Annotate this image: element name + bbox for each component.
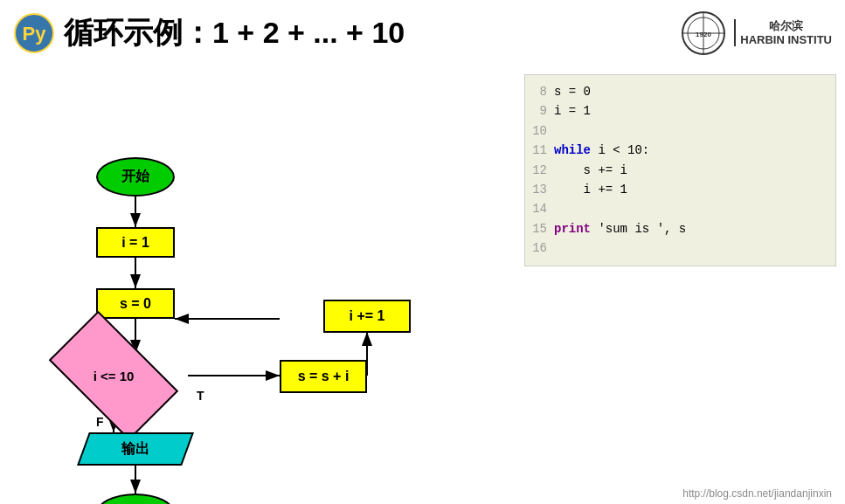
code-line-14: 14 — [530, 199, 831, 218]
flowchart-area: 开始 i = 1 s = 0 i <= 10 T F 输出 结束 s = s +… — [0, 66, 524, 500]
harbin-institute-label: 哈尔滨HARBIN INSTITU — [734, 19, 832, 46]
s-init-shape: s = 0 — [96, 288, 175, 319]
page-header: Py 循环示例：1 + 2 + ... + 10 1920 哈尔滨HARBIN … — [0, 0, 845, 66]
code-line-16: 16 — [530, 238, 831, 258]
footer-url: http://blog.csdn.net/jiandanjinxin — [682, 487, 832, 500]
condition-shape: i <= 10 — [57, 341, 170, 411]
hit-logo-icon: 1920 — [677, 9, 730, 57]
code-line-10: 10 — [530, 121, 831, 141]
code-panel: 8 s = 0 9 i = 1 10 11 while i < 10: 12 s… — [524, 74, 836, 266]
update-s-shape: s = s + i — [280, 360, 367, 393]
python-icon: Py — [13, 12, 55, 54]
page-title: 循环示例：1 + 2 + ... + 10 — [64, 13, 677, 53]
output-shape: 输出 — [83, 432, 188, 466]
code-line-9: 9 i = 1 — [530, 101, 831, 121]
code-line-13: 13 i += 1 — [530, 180, 831, 199]
svg-text:Py: Py — [23, 23, 47, 45]
code-line-11: 11 while i < 10: — [530, 141, 831, 160]
code-line-8: 8 s = 0 — [530, 82, 831, 101]
code-line-12: 12 s += i — [530, 161, 831, 180]
start-shape: 开始 — [96, 157, 175, 197]
false-label: F — [96, 415, 104, 429]
logo-area: 1920 哈尔滨HARBIN INSTITU — [677, 9, 832, 57]
code-line-15: 15 print 'sum is ', s — [530, 219, 831, 238]
flowchart-arrows — [0, 66, 524, 500]
svg-text:1920: 1920 — [696, 31, 711, 38]
main-content: 开始 i = 1 s = 0 i <= 10 T F 输出 结束 s = s +… — [0, 66, 845, 500]
end-shape: 结束 — [96, 494, 175, 504]
true-label: T — [197, 389, 204, 403]
i-init-shape: i = 1 — [96, 227, 175, 258]
update-i-shape: i += 1 — [323, 300, 411, 333]
